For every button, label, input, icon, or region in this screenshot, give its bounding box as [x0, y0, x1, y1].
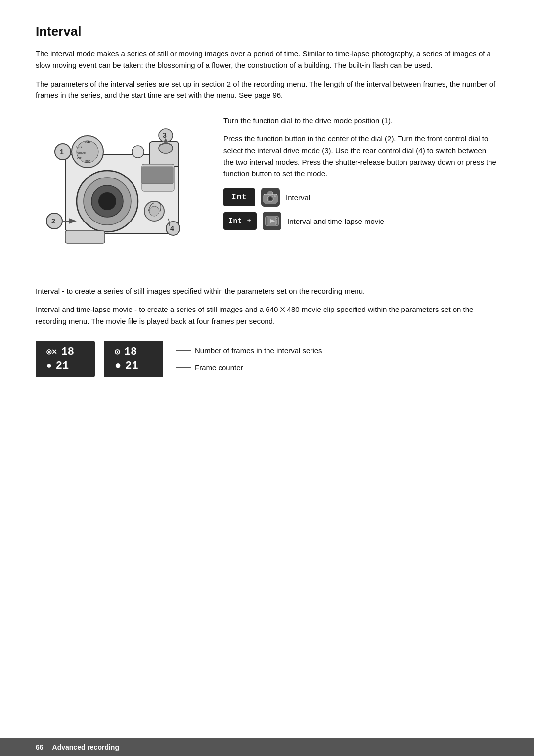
svg-rect-27 [65, 231, 105, 243]
counter1-bottom-value: 21 [56, 360, 69, 372]
intro-para1: The interval mode makes a series of stil… [36, 48, 498, 71]
instruction-2: Press the function button in the center … [223, 133, 498, 179]
svg-rect-36 [267, 218, 267, 219]
svg-text:ISO: ISO [85, 140, 91, 144]
counter-section: ⊙× 18 ● 21 ⊙ 18 ● 21 Number of frames i [36, 341, 498, 377]
svg-text:2: 2 [51, 217, 55, 225]
interval-movie-badge: Int + [223, 212, 257, 230]
page-content: Interval The interval mode makes a serie… [0, 0, 534, 427]
svg-text:4: 4 [170, 224, 174, 232]
svg-text:1: 1 [60, 148, 64, 156]
counter1-top-value: 18 [61, 346, 74, 358]
intro-para2: The parameters of the interval series ar… [36, 78, 498, 101]
interval-badge: Int [223, 188, 255, 206]
desc-interval: Interval - to create a series of still i… [36, 285, 498, 297]
instruction-1: Turn the function dial to the drive mode… [223, 115, 498, 126]
page-footer: 66 Advanced recording [0, 738, 534, 756]
svg-point-32 [274, 195, 276, 197]
svg-text:ISO: ISO [85, 160, 91, 163]
counter-labels: Number of frames in the interval series … [176, 346, 322, 372]
page-title: Interval [36, 24, 498, 39]
frame-counter-label-line [176, 367, 191, 368]
svg-rect-38 [267, 222, 267, 224]
svg-rect-37 [267, 220, 267, 222]
counter2-top-value: 18 [124, 346, 137, 358]
svg-text:3: 3 [163, 132, 167, 139]
frames-label: Number of frames in the interval series [195, 346, 322, 355]
footer-section: Advanced recording [52, 743, 119, 751]
interval-icon [261, 188, 280, 207]
interval-movie-label: Interval and time-lapse movie [287, 216, 384, 227]
counter2-bullet: ● [115, 360, 121, 372]
interval-label: Interval [286, 192, 310, 203]
diagram-instructions: Turn the function dial to the drive mode… [223, 115, 498, 230]
counter-display-1: ⊙× 18 ● 21 [36, 341, 95, 377]
counter2-bottom-value: 21 [125, 360, 138, 372]
svg-text:DRIVE: DRIVE [77, 152, 86, 155]
mode-interval-movie: Int + [223, 212, 498, 230]
frames-label-row: Number of frames in the interval series [176, 346, 322, 355]
frame-counter-label-row: Frame counter [176, 363, 322, 372]
svg-rect-39 [276, 218, 277, 219]
mode-interval: Int Interval [223, 188, 498, 207]
svg-text:SIS: SIS [76, 145, 82, 149]
counter-display-2: ⊙ 18 ● 21 [104, 341, 163, 377]
svg-point-16 [132, 146, 144, 158]
footer-page-number: 66 [36, 743, 44, 751]
svg-rect-20 [142, 167, 173, 184]
diagram-section: ISO SIS DRIVE WB ISO 1 3 [36, 115, 498, 274]
counter1-icon: ⊙× [46, 346, 57, 357]
mode-icons: Int Interval [223, 188, 498, 230]
svg-point-5 [98, 192, 116, 210]
desc-interval-movie: Interval and time-lapse movie - to creat… [36, 304, 498, 327]
camera-illustration: ISO SIS DRIVE WB ISO 1 3 [36, 115, 204, 274]
interval-movie-icon [263, 212, 281, 230]
svg-rect-41 [276, 222, 277, 224]
svg-point-30 [269, 197, 272, 200]
svg-text:WB: WB [77, 156, 83, 160]
frame-counter-label: Frame counter [195, 363, 243, 372]
svg-rect-31 [268, 192, 273, 195]
svg-rect-40 [276, 220, 277, 222]
frames-label-line [176, 350, 191, 351]
counter1-bullet: ● [46, 361, 52, 371]
counter2-icon: ⊙ [115, 346, 120, 357]
svg-point-22 [149, 206, 159, 216]
